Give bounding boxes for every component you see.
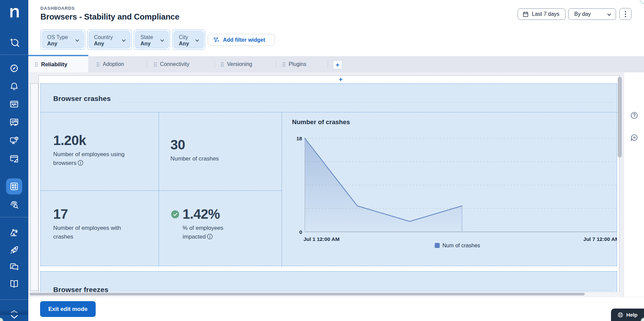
kpi-label-text: % of employees impacted: [183, 225, 223, 240]
breadcrumb: DASHBOARDS: [40, 6, 75, 11]
filter-label: City: [179, 34, 192, 40]
filter-value: Any: [47, 40, 72, 47]
tab-label: Versioning: [227, 61, 252, 67]
help-button[interactable]: Help: [611, 309, 644, 321]
filter-label: OS Type: [47, 34, 72, 40]
sidebar-item-library[interactable]: [5, 276, 24, 291]
info-icon[interactable]: [207, 234, 213, 240]
card-triangle-icon: [9, 153, 19, 164]
info-icon[interactable]: [77, 160, 84, 166]
question-circle-icon: [630, 111, 638, 119]
sidebar-scroll-more[interactable]: [5, 314, 24, 319]
crashes-line-chart: 180Jul 1 12:00 AMJul 7 12:00 AM Num of c…: [282, 112, 617, 266]
sidebar-item-monitoring[interactable]: [5, 97, 24, 112]
granularity-select[interactable]: By day: [568, 8, 616, 20]
sidebar-divider: [0, 299, 28, 300]
filter-value: Any: [140, 40, 157, 47]
edit-mode-footer: Exit edit mode: [28, 297, 644, 321]
rocket-icon: [9, 245, 19, 255]
chevron-down-icon: [122, 38, 126, 43]
chevron-down-icon: [10, 315, 18, 319]
filter-chip-country[interactable]: Country Any: [87, 30, 132, 50]
filter-chip-os-type[interactable]: OS Type Any: [40, 30, 85, 50]
grid-line: [159, 112, 159, 266]
more-options-button[interactable]: [619, 8, 632, 20]
ai-search-icon: [9, 37, 20, 48]
tab-reliability[interactable]: Reliability: [28, 55, 88, 72]
filter-chip-city[interactable]: City Any: [172, 30, 205, 50]
feedback-button[interactable]: [630, 134, 638, 142]
tab-label: Reliability: [41, 61, 67, 68]
date-range-button[interactable]: Last 7 days: [518, 8, 566, 20]
chart-widget: Number of crashes 180Jul 1 12:00 AMJul 7…: [282, 112, 617, 266]
kpi-label-text: Number of employees using browsers: [53, 151, 125, 166]
gear-icon: [10, 310, 19, 313]
right-rail: [624, 72, 644, 297]
fingerprint-search-icon: [9, 200, 19, 210]
sidebar-item-compass[interactable]: [5, 61, 24, 76]
row-dropzone: [30, 83, 38, 291]
tab-versioning[interactable]: Versioning: [221, 56, 252, 72]
sidebar-divider: [0, 217, 28, 217]
sidebar-item-adopt[interactable]: [5, 243, 24, 257]
logo-n-icon: [7, 6, 21, 20]
chevron-down-icon: [160, 38, 164, 43]
bell-icon: [9, 81, 19, 91]
kebab-icon: [625, 11, 626, 17]
dashboards-grid-icon: [9, 181, 19, 191]
kpi-label: Number of employees with crashes: [53, 224, 138, 241]
sidebar-item-devices[interactable]: [5, 133, 24, 148]
dashboard-canvas: + Browser crashes 1.20k Number of employ…: [28, 72, 644, 297]
page-header: DASHBOARDS Browsers - Stability and Comp…: [28, 0, 644, 55]
horizontal-scrollbar-thumb[interactable]: [30, 293, 585, 295]
sidebar-item-automation[interactable]: [5, 225, 24, 240]
vertical-scrollbar-thumb[interactable]: [618, 77, 622, 157]
add-tab-button[interactable]: +: [333, 60, 342, 69]
drag-handle-icon: [154, 62, 157, 67]
drag-handle-icon: [221, 62, 224, 67]
chevron-down-icon: [75, 38, 79, 43]
horizontal-scrollbar: [28, 292, 622, 297]
tab-separator: [215, 61, 215, 68]
kpi-label: % of employees impacted: [183, 224, 238, 241]
add-section-button[interactable]: +: [339, 77, 343, 82]
exit-edit-mode-button[interactable]: Exit edit mode: [40, 301, 96, 317]
svg-text:Num of crashes: Num of crashes: [443, 243, 480, 248]
calendar-icon: [522, 11, 529, 17]
nexthink-logo[interactable]: [5, 5, 24, 20]
section-title-rule: [119, 290, 612, 291]
corner-decoration: [640, 0, 644, 4]
kpi-value: 1.20k: [53, 133, 86, 147]
sidebar-item-sessions[interactable]: [5, 115, 24, 130]
granularity-value: By day: [574, 11, 591, 17]
sidebar-item-engage[interactable]: [5, 259, 24, 274]
add-filter-label: Add filter widget: [223, 37, 265, 43]
kpi-label-text: Number of crashes: [170, 155, 219, 162]
lifebuoy-icon: [617, 312, 623, 318]
sidebar-item-ai-search[interactable]: [5, 35, 24, 50]
svg-text:Jul 7 12:00 AM: Jul 7 12:00 AM: [583, 236, 617, 242]
tab-separator: [147, 61, 147, 68]
kpi-label: Number of employees using browsers: [53, 150, 138, 168]
person-screen-search-icon: [9, 117, 19, 127]
kpi-value: 1.42%: [183, 207, 220, 221]
sidebar-item-alerts[interactable]: [5, 79, 24, 94]
tab-adoption[interactable]: Adoption: [97, 56, 124, 72]
kpi-value: 30: [170, 138, 185, 152]
sidebar-item-settings[interactable]: [5, 310, 24, 313]
help-circle-button[interactable]: [630, 111, 638, 119]
filter-value: Any: [94, 40, 119, 47]
tab-label: Connectivity: [160, 61, 189, 67]
sidebar-item-customization[interactable]: [5, 151, 24, 166]
drag-handle-icon: [283, 62, 285, 67]
dashboard-tabbar: Reliability Adoption Connectivity Versio…: [28, 55, 644, 72]
chevron-down-icon: [607, 12, 611, 17]
tab-plugins[interactable]: Plugins: [283, 56, 306, 72]
sidebar-item-investigations[interactable]: [5, 197, 24, 212]
kpi-label: Number of crashes: [170, 154, 258, 163]
add-filter-widget-button[interactable]: Add filter widget: [208, 34, 275, 46]
sidebar-item-dashboards[interactable]: [5, 179, 24, 194]
device-cube-icon: [9, 135, 19, 145]
tab-connectivity[interactable]: Connectivity: [154, 56, 189, 72]
filter-chip-state[interactable]: State Any: [134, 30, 170, 50]
